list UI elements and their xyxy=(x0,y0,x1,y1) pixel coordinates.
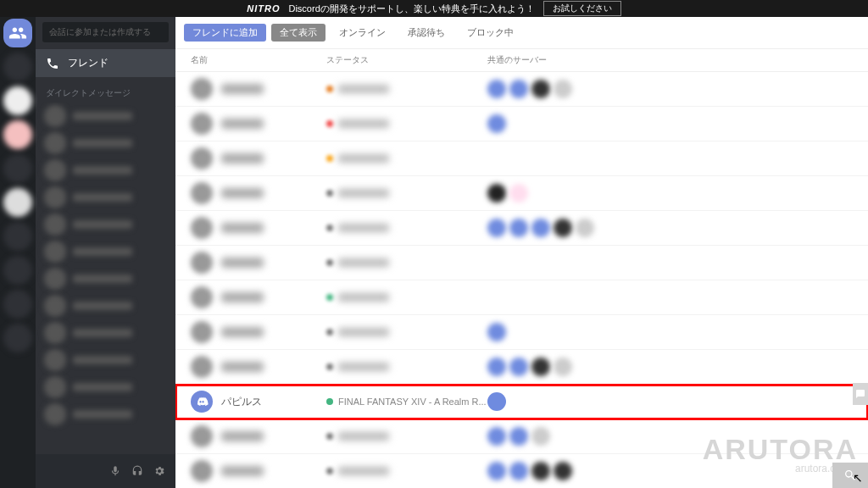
content-area: フレンドに追加 全て表示 オンライン 承認待ち ブロック中 名前 ステータス 共… xyxy=(175,17,868,488)
mutual-server[interactable] xyxy=(487,219,506,237)
status-text xyxy=(338,328,389,336)
friend-row[interactable] xyxy=(175,72,868,107)
friend-row[interactable] xyxy=(175,211,868,246)
friend-row[interactable] xyxy=(175,350,868,385)
tab-add-friend[interactable]: フレンドに追加 xyxy=(184,24,266,42)
mutual-server[interactable] xyxy=(487,427,506,446)
guild-item[interactable] xyxy=(3,324,32,352)
status-dot xyxy=(326,86,333,92)
guild-item[interactable] xyxy=(3,53,32,81)
row-action-button[interactable] xyxy=(853,383,868,405)
dm-item[interactable] xyxy=(36,374,175,401)
search-icon xyxy=(843,469,857,482)
mutual-server[interactable] xyxy=(554,462,572,480)
dm-item[interactable] xyxy=(36,238,175,265)
friend-row[interactable] xyxy=(175,246,868,280)
dm-item[interactable] xyxy=(36,130,175,157)
status-dot xyxy=(326,398,333,405)
status-text xyxy=(338,363,389,371)
mutual-server[interactable] xyxy=(554,219,572,237)
search-button[interactable] xyxy=(832,463,868,488)
tab-blocked[interactable]: ブロック中 xyxy=(459,24,522,42)
status-dot xyxy=(326,190,333,197)
mutual-server[interactable] xyxy=(509,427,528,446)
tab-pending[interactable]: 承認待ち xyxy=(399,24,453,42)
friend-name xyxy=(221,188,264,198)
friend-row[interactable] xyxy=(175,419,868,454)
mutual-server[interactable] xyxy=(509,80,528,98)
mic-icon[interactable] xyxy=(109,465,121,477)
avatar xyxy=(191,286,213,308)
avatar xyxy=(191,217,213,239)
friend-list: パピルスFINAL FANTASY XIV - A Realm R... xyxy=(175,72,868,488)
dm-item[interactable] xyxy=(36,157,175,184)
status-text: FINAL FANTASY XIV - A Realm R... xyxy=(338,396,487,407)
mutual-server[interactable] xyxy=(531,427,550,446)
mutual-server[interactable] xyxy=(487,114,506,133)
conversation-search[interactable]: 会話に参加または作成する xyxy=(42,22,169,42)
guild-item[interactable] xyxy=(3,256,32,285)
mutual-server[interactable] xyxy=(487,392,506,411)
friend-row[interactable] xyxy=(175,141,868,176)
dm-item[interactable] xyxy=(36,319,175,347)
status-dot xyxy=(326,329,333,336)
guild-item[interactable] xyxy=(3,188,32,217)
friend-name xyxy=(221,327,264,337)
friend-row[interactable] xyxy=(175,315,868,350)
mutual-server[interactable] xyxy=(576,219,594,237)
mutual-server[interactable] xyxy=(509,219,528,237)
mutual-server[interactable] xyxy=(554,80,572,98)
friend-row[interactable] xyxy=(175,454,868,488)
friend-row[interactable] xyxy=(175,107,868,141)
guild-item[interactable] xyxy=(3,86,32,115)
status-text xyxy=(338,189,389,197)
mutual-server[interactable] xyxy=(531,80,550,98)
dm-item[interactable] xyxy=(36,184,175,211)
friends-nav-button[interactable]: フレンド xyxy=(36,49,175,77)
tab-all[interactable]: 全て表示 xyxy=(271,24,326,42)
dm-list xyxy=(36,103,175,454)
status-dot xyxy=(326,259,333,266)
dm-item[interactable] xyxy=(36,292,175,319)
guild-item[interactable] xyxy=(3,222,32,251)
friends-label: フレンド xyxy=(68,56,108,70)
guild-item[interactable] xyxy=(3,290,32,319)
mutual-server[interactable] xyxy=(509,184,528,202)
dm-item[interactable] xyxy=(36,401,175,428)
status-dot xyxy=(326,433,333,440)
guild-item[interactable] xyxy=(3,120,32,149)
dm-item[interactable] xyxy=(36,347,175,374)
avatar xyxy=(191,356,213,378)
avatar xyxy=(191,113,213,135)
friend-row[interactable] xyxy=(175,280,868,315)
headphones-icon[interactable] xyxy=(131,465,143,477)
mutual-server[interactable] xyxy=(531,358,550,376)
friend-name xyxy=(221,84,264,94)
mutual-server[interactable] xyxy=(531,219,550,237)
col-status: ステータス xyxy=(326,54,487,66)
friend-name xyxy=(221,362,264,372)
mutual-server[interactable] xyxy=(487,80,506,98)
mutual-server[interactable] xyxy=(487,184,506,202)
mutual-server[interactable] xyxy=(531,462,550,480)
guild-item[interactable] xyxy=(3,154,32,183)
mutual-server[interactable] xyxy=(487,323,506,341)
status-text xyxy=(338,154,389,163)
mutual-server[interactable] xyxy=(554,358,572,376)
status-text xyxy=(338,293,389,302)
status-dot xyxy=(326,120,333,127)
mutual-server[interactable] xyxy=(509,462,528,480)
nitro-try-button[interactable]: お試しください xyxy=(543,1,621,16)
gear-icon[interactable] xyxy=(153,465,165,477)
mutual-server[interactable] xyxy=(487,358,506,376)
message-icon xyxy=(855,389,865,399)
home-button[interactable] xyxy=(3,19,32,47)
dm-item[interactable] xyxy=(36,265,175,292)
dm-item[interactable] xyxy=(36,211,175,238)
friend-row[interactable] xyxy=(175,176,868,211)
mutual-server[interactable] xyxy=(509,358,528,376)
dm-item[interactable] xyxy=(36,103,175,130)
tab-online[interactable]: オンライン xyxy=(331,24,394,42)
friend-row[interactable]: パピルスFINAL FANTASY XIV - A Realm R... xyxy=(175,385,868,419)
mutual-server[interactable] xyxy=(487,462,506,480)
